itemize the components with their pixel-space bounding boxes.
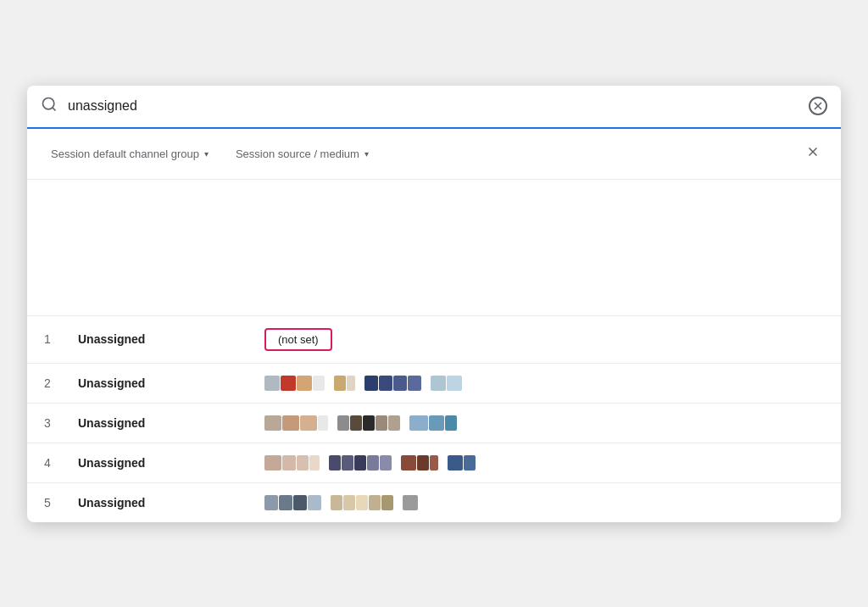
row-label: Unassigned [78,332,248,346]
color-swatches [264,415,464,431]
results-table: 1 Unassigned (not set) 2 Unassigned [27,315,841,522]
empty-area [27,180,841,315]
row-value [264,376,824,391]
row-label: Unassigned [78,456,248,470]
main-container: Session default channel group ▾ Session … [27,86,841,522]
row-number: 3 [44,416,61,430]
search-icon [41,96,58,117]
filter-source-medium-chevron: ▾ [364,149,369,159]
row-number: 4 [44,456,61,470]
color-swatches [264,376,469,391]
color-swatches [264,455,482,471]
not-set-badge: (not set) [264,328,332,351]
svg-line-1 [53,107,56,110]
table-row: 2 Unassigned [27,364,841,404]
row-label: Unassigned [78,496,248,510]
row-number: 2 [44,376,61,390]
row-number: 5 [44,496,61,510]
row-number: 1 [44,332,61,346]
search-input[interactable] [68,98,798,114]
color-swatches [264,495,425,510]
row-value: (not set) [264,328,824,351]
filter-source-medium-label: Session source / medium [236,148,359,160]
search-bar [27,86,841,129]
row-value [264,415,824,431]
filters-close-button[interactable] [802,141,824,167]
row-label: Unassigned [78,416,248,430]
table-row: 3 Unassigned [27,404,841,443]
table-row: 4 Unassigned [27,443,841,483]
svg-point-0 [43,97,54,109]
filter-channel-group[interactable]: Session default channel group ▾ [44,144,215,164]
row-value [264,455,824,471]
filters-row: Session default channel group ▾ Session … [27,129,841,180]
row-label: Unassigned [78,376,248,390]
filter-channel-group-chevron: ▾ [204,149,209,159]
table-row: 5 Unassigned [27,483,841,522]
row-value [264,495,824,510]
filter-channel-group-label: Session default channel group [51,148,199,160]
filter-source-medium[interactable]: Session source / medium ▾ [229,144,376,164]
clear-icon[interactable] [809,97,827,115]
table-row: 1 Unassigned (not set) [27,316,841,364]
